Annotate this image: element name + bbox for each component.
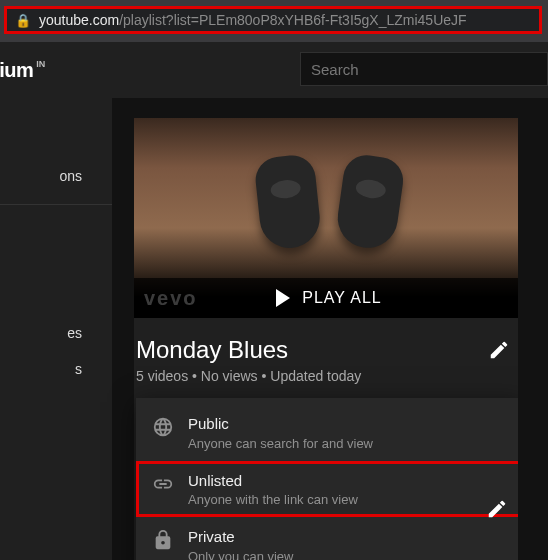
sidebar-item[interactable]: es xyxy=(0,315,112,351)
globe-icon xyxy=(152,416,174,438)
left-sidebar: ons es s xyxy=(0,98,112,560)
sidebar-item[interactable]: s xyxy=(0,351,112,387)
address-bar[interactable]: 🔒 youtube.com /playlist?list=PLEm80oP8xY… xyxy=(4,6,542,34)
link-icon xyxy=(152,473,174,495)
search-input[interactable]: Search xyxy=(300,52,548,86)
sidebar-item[interactable]: ons xyxy=(0,158,112,194)
top-bar: miumIN Search xyxy=(0,42,548,98)
play-all-button[interactable]: PLAY ALL xyxy=(134,278,524,318)
lock-icon: 🔒 xyxy=(15,13,31,28)
playlist-meta: 5 videos • No views • Updated today xyxy=(136,368,524,398)
main-content: vevo PLAY ALL Monday Blues 5 videos • No… xyxy=(112,98,518,560)
edit-description-icon[interactable] xyxy=(486,498,508,520)
playlist-title: Monday Blues xyxy=(136,336,288,364)
playlist-thumbnail[interactable]: vevo PLAY ALL xyxy=(134,118,524,318)
play-icon xyxy=(276,289,290,307)
url-domain: youtube.com xyxy=(39,12,119,28)
thumbnail-image xyxy=(258,156,400,248)
privacy-option-public[interactable]: Public Anyone can search for and view xyxy=(136,404,524,461)
playlist-panel: vevo PLAY ALL Monday Blues 5 videos • No… xyxy=(134,118,524,560)
youtube-logo[interactable]: miumIN xyxy=(0,59,45,82)
privacy-option-private[interactable]: Private Only you can view xyxy=(136,517,524,560)
privacy-option-unlisted[interactable]: Unlisted Anyone with the link can view xyxy=(136,461,524,518)
lock-icon xyxy=(152,529,174,551)
url-path: /playlist?list=PLEm80oP8xYHB6f-Ft3I5gX_L… xyxy=(119,12,466,28)
privacy-dropdown: Public Anyone can search for and view Un… xyxy=(136,398,524,560)
right-gutter xyxy=(518,98,548,560)
edit-title-icon[interactable] xyxy=(488,339,510,361)
